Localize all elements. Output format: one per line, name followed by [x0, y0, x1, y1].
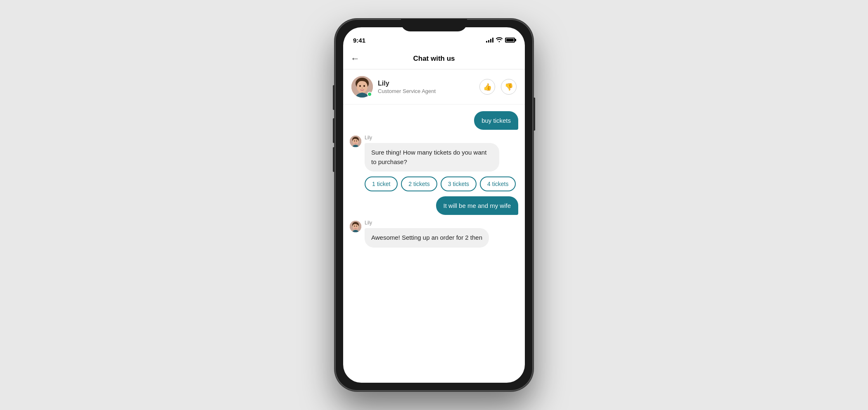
- svg-point-13: [354, 226, 355, 227]
- svg-point-3: [359, 85, 361, 87]
- agent-avatar-wrap: [351, 76, 373, 98]
- notch: [401, 19, 467, 31]
- agent-actions: 👍 👎: [479, 79, 517, 95]
- chat-title: Chat with us: [413, 55, 455, 63]
- battery-fill: [506, 39, 514, 41]
- quick-reply-3-tickets[interactable]: 3 tickets: [441, 176, 477, 191]
- thumbs-down-button[interactable]: 👎: [501, 79, 517, 95]
- agent-msg-content-2: Lily Awesome! Setting up an order for 2 …: [365, 220, 489, 248]
- phone-frame: 9:41 ← Cha: [335, 19, 533, 391]
- quick-reply-2-tickets[interactable]: 2 tickets: [401, 176, 437, 191]
- svg-point-2: [357, 81, 368, 93]
- svg-point-14: [356, 226, 357, 227]
- thumbs-up-icon: 👍: [483, 83, 492, 91]
- agent-bubble-2: Awesome! Setting up an order for 2 then: [365, 228, 489, 248]
- agent-info: Lily Customer Service Agent: [378, 80, 479, 94]
- svg-point-8: [354, 141, 355, 142]
- quick-replies: 1 ticket 2 tickets 3 tickets 4 tickets: [365, 176, 518, 191]
- agent-bubble-1: Sure thing! How many tickets do you want…: [365, 143, 499, 172]
- thumbs-up-button[interactable]: 👍: [479, 79, 495, 95]
- agent-label-2: Lily: [365, 220, 489, 226]
- agent-mini-avatar-1: [350, 136, 361, 147]
- status-icons: [486, 37, 515, 43]
- agent-header: Lily Customer Service Agent 👍 👎: [343, 69, 525, 105]
- signal-icon: [486, 38, 493, 43]
- quick-reply-1-ticket[interactable]: 1 ticket: [365, 176, 398, 191]
- thumbs-down-icon: 👎: [505, 83, 513, 91]
- agent-name: Lily: [378, 80, 479, 87]
- agent-mini-avatar-2: [350, 221, 361, 232]
- user-message-1: buy tickets: [474, 111, 518, 130]
- svg-point-9: [356, 141, 357, 142]
- agent-label-1: Lily: [365, 135, 499, 141]
- battery-icon: [505, 38, 515, 43]
- back-button[interactable]: ←: [351, 53, 360, 64]
- nav-bar: ← Chat with us: [343, 48, 525, 69]
- svg-point-4: [363, 85, 365, 87]
- chat-area: buy tickets Lil: [343, 105, 525, 383]
- agent-message-group-2: Lily Awesome! Setting up an order for 2 …: [350, 220, 518, 248]
- agent-role: Customer Service Agent: [378, 88, 479, 94]
- status-time: 9:41: [353, 37, 365, 44]
- wifi-icon: [496, 37, 503, 43]
- agent-message-group-1: Lily Sure thing! How many tickets do you…: [350, 135, 518, 172]
- agent-msg-content-1: Lily Sure thing! How many tickets do you…: [365, 135, 499, 172]
- user-message-2: It will be me and my wife: [436, 196, 518, 215]
- quick-reply-4-tickets[interactable]: 4 tickets: [480, 176, 516, 191]
- online-indicator: [367, 92, 372, 97]
- phone-screen: 9:41 ← Cha: [343, 27, 525, 383]
